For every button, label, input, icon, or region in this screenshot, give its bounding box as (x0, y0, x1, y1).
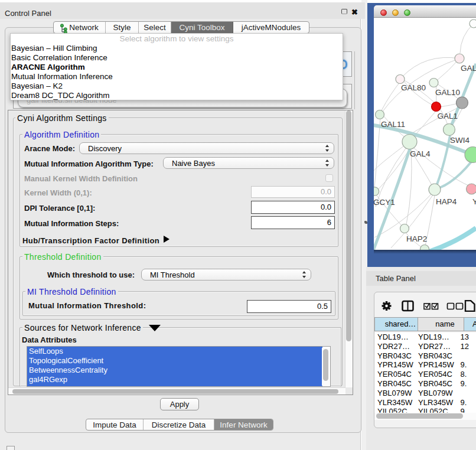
svg-text:GAL1: GAL1 (438, 112, 458, 120)
svg-text:GAL: GAL (461, 64, 476, 73)
svg-text:SWI4: SWI4 (450, 136, 470, 145)
svg-text:Y: Y (472, 197, 476, 206)
svg-text:GAL4: GAL4 (410, 149, 431, 158)
svg-text:GAL80: GAL80 (401, 83, 426, 92)
svg-text:GAL10: GAL10 (435, 88, 460, 97)
svg-text:HAP2: HAP2 (406, 234, 427, 243)
svg-text:GCY1: GCY1 (374, 198, 395, 207)
svg-text:HAP4: HAP4 (436, 197, 457, 206)
svg-text:GAL11: GAL11 (381, 120, 405, 129)
